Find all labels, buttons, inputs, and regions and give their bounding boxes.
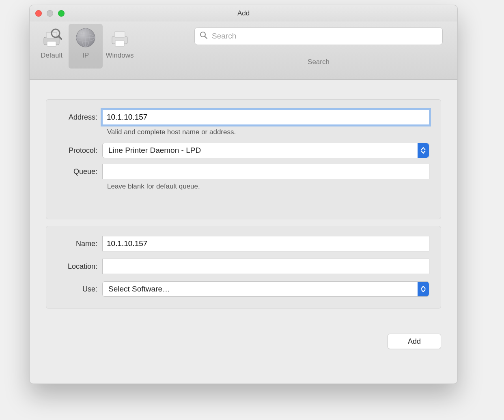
- chevron-up-down-icon: [418, 282, 429, 296]
- search-field[interactable]: [194, 27, 443, 45]
- search-icon: [200, 31, 208, 41]
- svg-rect-2: [47, 41, 56, 46]
- add-button-label: Add: [408, 337, 421, 346]
- svg-point-13: [200, 32, 205, 37]
- toolbar: Default: [30, 21, 457, 80]
- minimize-window-button[interactable]: [47, 10, 53, 17]
- tab-default[interactable]: Default: [34, 24, 69, 69]
- name-label: Name:: [54, 240, 102, 248]
- location-input[interactable]: [102, 259, 429, 274]
- printer-icon: [108, 26, 131, 49]
- tab-windows[interactable]: Windows: [103, 24, 137, 69]
- close-window-button[interactable]: [35, 10, 42, 17]
- use-label: Use:: [54, 285, 102, 294]
- content: Address: Valid and complete host name or…: [30, 80, 457, 323]
- toolbar-tabs: Default: [34, 24, 137, 69]
- address-helper: Valid and complete host name or address.: [107, 128, 429, 136]
- location-label: Location:: [54, 262, 102, 271]
- search-input[interactable]: [211, 31, 437, 41]
- svg-rect-11: [114, 32, 125, 37]
- protocol-label: Protocol:: [54, 146, 102, 155]
- tab-default-label: Default: [41, 51, 62, 60]
- printer-search-icon: [40, 26, 63, 49]
- traffic-lights: [35, 10, 65, 17]
- chevron-up-down-icon: [418, 143, 429, 158]
- protocol-popup[interactable]: Line Printer Daemon - LPD: [102, 143, 429, 158]
- details-panel: Name: Location: Use: Select Software…: [46, 226, 441, 309]
- add-button[interactable]: Add: [388, 334, 441, 349]
- tab-ip-label: IP: [82, 51, 89, 60]
- queue-label: Queue:: [54, 167, 102, 176]
- use-value: Select Software…: [108, 285, 170, 294]
- zoom-window-button[interactable]: [58, 10, 65, 17]
- queue-input[interactable]: [102, 164, 429, 179]
- titlebar: Add: [30, 5, 457, 21]
- window-title: Add: [237, 9, 250, 17]
- globe-icon: [74, 26, 97, 49]
- search-section-label: Search: [308, 58, 330, 66]
- queue-helper: Leave blank for default queue.: [107, 182, 429, 191]
- protocol-value: Line Printer Daemon - LPD: [108, 146, 201, 155]
- svg-line-14: [205, 36, 207, 39]
- name-input[interactable]: [102, 236, 429, 251]
- tab-windows-label: Windows: [106, 51, 134, 60]
- use-popup[interactable]: Select Software…: [102, 281, 429, 297]
- tab-ip[interactable]: IP: [69, 24, 103, 69]
- svg-rect-12: [115, 41, 124, 46]
- address-input[interactable]: [102, 109, 429, 125]
- footer: Add: [30, 323, 457, 357]
- toolbar-search-group: Search: [194, 27, 443, 72]
- address-label: Address:: [54, 113, 102, 122]
- connection-panel: Address: Valid and complete host name or…: [46, 99, 441, 219]
- add-printer-window: Add Default: [29, 5, 458, 384]
